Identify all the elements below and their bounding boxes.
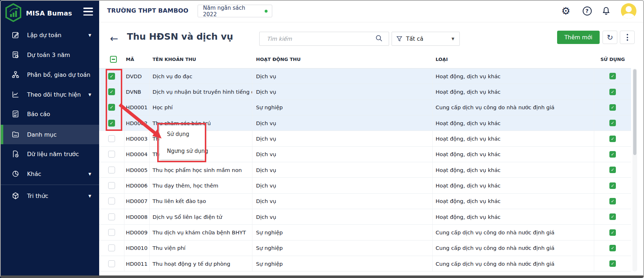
used-checkbox[interactable]: ✓ — [609, 260, 616, 267]
used-checkbox[interactable]: ✓ — [609, 151, 616, 158]
hamburger-menu-icon[interactable] — [83, 8, 93, 16]
filter-dropdown[interactable]: Tất cả ▼ — [392, 32, 460, 46]
column-header-name[interactable]: TÊN KHOẢN THU — [150, 57, 252, 62]
cell-name: Thu viện phí — [150, 241, 252, 256]
vertical-scrollbar[interactable] — [632, 69, 637, 272]
sidebar-item-du-lieu-nam-truoc[interactable]: Dữ liệu năm trước — [0, 144, 99, 164]
row-checkbox[interactable] — [108, 135, 115, 142]
row-checkbox[interactable]: ✓ — [108, 120, 115, 127]
row-checkbox[interactable] — [108, 260, 115, 267]
cell-code: HD0010 — [124, 241, 150, 256]
cell-activity: Dịch vụ — [252, 115, 433, 131]
row-checkbox[interactable] — [108, 244, 115, 251]
used-checkbox[interactable]: ✓ — [609, 167, 616, 173]
cell-name: Thu hoạt động y tế dự phòng — [150, 256, 252, 271]
scrollbar-thumb[interactable] — [633, 69, 636, 155]
row-checkbox[interactable] — [108, 167, 115, 173]
cell-type: Hoạt động, dịch vụ khác — [433, 84, 594, 99]
row-checkbox[interactable] — [108, 229, 115, 236]
svg-text:3: 3 — [16, 55, 18, 57]
cube-icon — [11, 191, 20, 200]
sidebar-item-label: Tri thức — [27, 193, 48, 199]
sidebar: MISA Bumas Lập dự toán▼3Dự toán 3 nămPhâ… — [0, 0, 99, 278]
used-checkbox[interactable]: ✓ — [609, 120, 616, 126]
refresh-button[interactable]: ↻ — [603, 31, 617, 44]
menu-item-su-dung[interactable]: Sử dụng — [160, 125, 205, 142]
used-checkbox[interactable]: ✓ — [609, 213, 616, 220]
select-all-checkbox[interactable] — [110, 56, 117, 63]
row-checkbox[interactable]: ✓ — [108, 104, 115, 111]
more-options-button[interactable] — [620, 31, 635, 44]
column-header-type[interactable]: LOẠI — [433, 57, 594, 62]
sidebar-item-khac[interactable]: Khác▼ — [0, 164, 99, 184]
sidebar-item-theo-doi-thuc-hien[interactable]: Theo dõi thực hiện▼ — [0, 85, 99, 104]
used-checkbox[interactable]: ✓ — [609, 136, 616, 142]
used-checkbox[interactable]: ✓ — [609, 104, 616, 111]
chevron-down-icon: ▼ — [451, 37, 454, 41]
cell-code: HD0003 — [124, 131, 150, 146]
page-title: Thu HĐSN và dịch vụ — [127, 31, 233, 42]
column-header-code[interactable]: MÃ — [124, 57, 150, 62]
cell-name: Thu dịch vụ khám chữa bệnh BHYT — [150, 225, 252, 240]
sidebar-item-danh-muc[interactable]: Danh mục — [0, 125, 99, 144]
sidebar-item-label: Dữ liệu năm trước — [27, 151, 79, 158]
refresh-icon: ↻ — [607, 33, 613, 42]
search-input[interactable] — [260, 36, 375, 42]
row-checkbox[interactable] — [108, 198, 115, 204]
used-checkbox[interactable]: ✓ — [609, 89, 616, 95]
table-row[interactable]: HD0005Thu học phẩm học sinh mầm nonDịch … — [99, 162, 631, 178]
chart-line-icon — [11, 90, 20, 99]
table-row[interactable]: HD0006Thu dạy thêm, học thêmDịch vụHoạt … — [99, 178, 631, 193]
column-header-activity[interactable]: HOẠT ĐỘNG THU — [252, 57, 433, 62]
sidebar-item-phan-bo-giao-du-toan[interactable]: Phân bổ, giao dự toán — [0, 65, 99, 84]
table-row[interactable]: HD0007Thu liên kết đào tạoDịch vụHoạt độ… — [99, 194, 631, 209]
row-checkbox[interactable]: ✓ — [108, 88, 115, 95]
folder-icon — [11, 130, 20, 139]
misa-bumas-logo-icon — [5, 3, 22, 23]
used-checkbox[interactable]: ✓ — [609, 73, 616, 79]
cell-name: Học phí — [150, 100, 252, 115]
used-checkbox[interactable]: ✓ — [609, 182, 616, 189]
row-checkbox[interactable] — [108, 151, 115, 158]
table-row[interactable]: HD0009Thu dịch vụ khám chữa bệnh BHYTSự … — [99, 225, 631, 240]
row-checkbox[interactable]: ✓ — [108, 73, 115, 80]
cell-activity: Sự nghiệp — [252, 225, 433, 240]
cell-code: HD0011 — [124, 256, 150, 271]
sidebar-item-label: Khác — [27, 171, 41, 177]
avatar[interactable] — [621, 3, 636, 19]
budget-year-selector[interactable]: Năm ngân sách 2022 — [198, 5, 272, 17]
sidebar-item-bao-cao[interactable]: Báo cáo — [0, 104, 99, 124]
sidebar-item-label: Phân bổ, giao dự toán — [27, 71, 91, 78]
gear-icon[interactable]: ⚙ — [560, 5, 571, 16]
table-row[interactable]: ✓HD0001Học phíSự nghiệpCung cấp dịch vụ … — [99, 100, 631, 115]
used-checkbox[interactable]: ✓ — [609, 229, 616, 236]
back-arrow-icon[interactable]: ← — [110, 34, 118, 43]
cell-activity: Dịch vụ — [252, 69, 433, 84]
table-row[interactable]: HD0010Thu viện phíSự nghiệpCung cấp dịch… — [99, 241, 631, 256]
table-row[interactable]: HD0011Thu hoạt động y tế dự phòngSự nghi… — [99, 256, 631, 272]
column-header-used[interactable]: SỬ DỤNG — [594, 57, 631, 62]
cell-activity: Sự nghiệp — [252, 100, 433, 115]
school-name: TRƯỜNG THPT BAMBOO — [107, 7, 188, 14]
used-checkbox[interactable]: ✓ — [609, 198, 616, 204]
chevron-down-icon: ▼ — [88, 93, 91, 97]
sidebar-item-tri-thuc[interactable]: Tri thức▼ — [0, 186, 99, 206]
report-icon — [11, 109, 20, 119]
table-row[interactable]: HD0008Dịch vụ Sổ liên lạc điện tửDịch vụ… — [99, 209, 631, 225]
cell-activity: Dịch vụ — [252, 194, 433, 209]
used-checkbox[interactable]: ✓ — [609, 245, 616, 251]
cell-type: Hoạt động, dịch vụ khác — [433, 194, 594, 209]
search-icon[interactable] — [375, 34, 383, 44]
row-checkbox[interactable] — [108, 213, 115, 220]
table-row[interactable]: ✓DVNBDịch vụ nhuận bút truyền hình tiếng… — [99, 84, 631, 100]
cell-type: Hoạt động, dịch vụ khác — [433, 131, 594, 146]
table-row[interactable]: ✓DVDDDịch vụ đo đạcDịch vụHoạt động, dịc… — [99, 69, 631, 84]
row-checkbox[interactable] — [108, 182, 115, 189]
add-new-button[interactable]: Thêm mới — [557, 31, 600, 44]
sidebar-item-du-toan-3-nam[interactable]: 3Dự toán 3 năm — [0, 45, 99, 65]
menu-item-ngung-su-dung[interactable]: Ngưng sử dụng — [160, 142, 205, 159]
help-icon[interactable]: ? — [582, 5, 592, 16]
bell-icon[interactable] — [601, 5, 612, 16]
sidebar-item-lap-du-toan[interactable]: Lập dự toán▼ — [0, 25, 99, 45]
cell-type: Hoạt động, dịch vụ khác — [433, 69, 594, 84]
